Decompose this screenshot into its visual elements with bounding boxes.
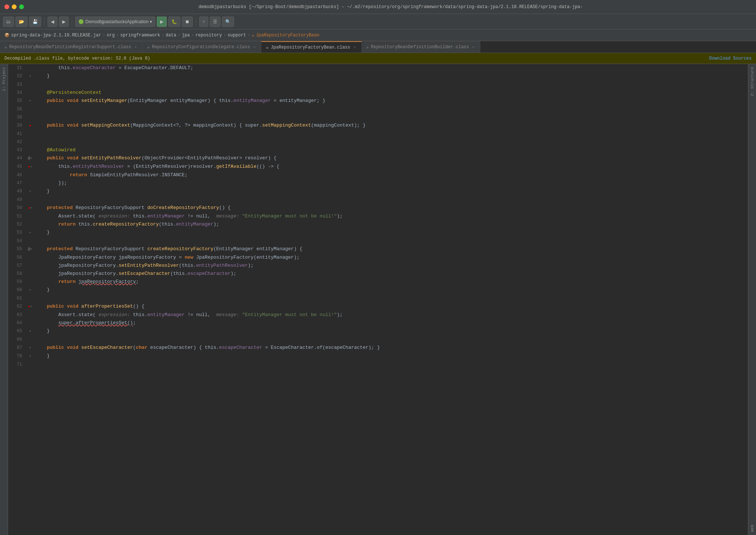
tab-repository-config-delegate[interactable]: ☕ RepositoryConfigurationDelegate.class … <box>143 41 262 53</box>
breadcrumb-repository[interactable]: repository <box>195 33 222 38</box>
search-button[interactable]: 🔍 <box>222 17 234 27</box>
tab-close-4[interactable]: ✕ <box>471 45 476 50</box>
run-config-icon: 🟢 <box>78 19 84 24</box>
forward-button[interactable]: ▶ <box>59 17 69 27</box>
line-number: 56 <box>8 254 27 262</box>
breadcrumb-support[interactable]: support <box>227 33 246 38</box>
fold-icon[interactable]: ▾ <box>30 156 32 160</box>
line-number: 47 <box>8 179 27 187</box>
tab-close-1[interactable]: ✕ <box>134 45 138 50</box>
code-cell: } <box>34 286 748 294</box>
tab-repository-bean-registrar[interactable]: ☕ RepositoryBeanDefinitionRegistrarSuppo… <box>0 41 143 53</box>
gutter-cell <box>27 146 34 154</box>
line-number: 58 <box>8 270 27 278</box>
gutter-cell <box>27 113 34 121</box>
table-row: 51 Assert.state( expression: this.entity… <box>8 212 748 220</box>
breadcrumb-sep-1: › <box>103 33 105 38</box>
breadcrumb-springframework[interactable]: springframework <box>120 33 160 38</box>
fold-icon[interactable]: ▾ <box>29 346 31 350</box>
gutter-cell <box>27 171 34 179</box>
line-number: 45 <box>8 163 27 171</box>
git-button[interactable]: ⑂ <box>199 17 208 27</box>
tab-repository-bean-definition-builder[interactable]: ☕ RepositoryBeanDefinitionBuilder.class … <box>362 41 481 53</box>
fold-icon[interactable]: ▾ <box>29 231 31 235</box>
fold-icon[interactable]: ▾ <box>29 189 31 194</box>
fold-icon[interactable]: ▾ <box>29 74 31 78</box>
gutter-cell: ▾ <box>27 187 34 196</box>
table-row: 45 ●▾ this.entityPathResolver = (EntityP… <box>8 163 748 171</box>
breadcrumb-jar[interactable]: 📦 spring-data-jpa-2.1.10.RELEASE.jar <box>4 33 101 38</box>
line-number: 38 <box>8 113 27 121</box>
fold-icon[interactable]: ▾ <box>29 329 31 333</box>
back-button[interactable]: ◀ <box>47 17 57 27</box>
gutter-cell <box>27 294 34 302</box>
code-cell <box>34 105 748 113</box>
table-row: 65 ▾ } <box>8 327 748 336</box>
gutter-cell: ● <box>27 121 34 130</box>
code-cell: return SimpleEntityPathResolver.INSTANCE… <box>34 171 748 179</box>
code-cell: protected RepositoryFactorySupport creat… <box>34 245 748 254</box>
maximize-button[interactable] <box>19 4 24 9</box>
web-panel-label[interactable]: Web <box>750 525 755 532</box>
line-number: 44 <box>8 154 27 163</box>
breadcrumb-sep-6: › <box>223 33 226 38</box>
breadcrumb-data-label: data <box>166 33 176 38</box>
code-cell <box>34 196 748 204</box>
tab-close-2[interactable]: ✕ <box>252 45 257 50</box>
line-number: 35 <box>8 97 27 105</box>
gutter-cell <box>27 336 34 344</box>
decompiled-info: Decompiled .class file, bytecode version… <box>4 56 150 61</box>
fold-icon[interactable]: ▾ <box>30 206 32 210</box>
run-config-button[interactable]: 🟢 DemodbjpastarbucksApplication ▾ <box>75 17 155 27</box>
table-row: 57 jpaRepositoryFactory.setEntityPathRes… <box>8 262 748 270</box>
tab-jpa-repository-factory-bean[interactable]: ☕ JpaRepositoryFactoryBean.class ✕ <box>261 41 361 53</box>
line-number: 57 <box>8 262 27 270</box>
breadcrumb-jpa[interactable]: jpa <box>182 33 190 38</box>
table-row: 50 ●▾ protected RepositoryFactorySupport… <box>8 204 748 212</box>
structure-panel-label[interactable]: Z: Structure <box>750 67 755 96</box>
breadcrumb-jar-label: spring-data-jpa-2.1.10.RELEASE.jar <box>11 33 101 38</box>
table-row: 64 super.afterPropertiesSet(); <box>8 319 748 327</box>
table-row: 44 @▾ public void setEntityPathResolver(… <box>8 154 748 163</box>
tab-close-3[interactable]: ✕ <box>353 45 357 50</box>
breadcrumb-org[interactable]: org <box>107 33 115 38</box>
open-button[interactable]: 📂 <box>15 17 28 27</box>
fold-icon[interactable]: ▾ <box>29 288 31 292</box>
new-button[interactable]: 🗂 <box>3 17 14 27</box>
table-row: 38 <box>8 113 748 121</box>
fold-icon[interactable]: ▾ <box>30 165 32 169</box>
gutter-cell <box>27 179 34 187</box>
code-editor[interactable]: 31 this.escapeCharacter = EscapeCharacte… <box>8 64 748 535</box>
table-row: 49 <box>8 196 748 204</box>
table-row: 46 return SimpleEntityPathResolver.INSTA… <box>8 171 748 179</box>
line-number: 42 <box>8 138 27 146</box>
save-button[interactable]: 💾 <box>29 17 41 27</box>
line-number: 62 <box>8 302 27 311</box>
fold-icon[interactable]: ▾ <box>29 99 31 103</box>
download-sources-link[interactable]: Download Sources <box>709 56 752 61</box>
code-cell <box>34 237 748 245</box>
table-row: 56 JpaRepositoryFactory jpaRepositoryFac… <box>8 254 748 262</box>
minimize-button[interactable] <box>12 4 17 9</box>
structure-button[interactable]: ☰ <box>210 17 220 27</box>
close-button[interactable] <box>4 4 9 9</box>
fold-icon[interactable]: ▾ <box>30 247 32 251</box>
line-number: 61 <box>8 294 27 302</box>
debug-button[interactable]: 🐛 <box>168 17 180 27</box>
breadcrumb-class[interactable]: ☕ JpaRepositoryFactoryBean <box>252 32 319 38</box>
breadcrumb-data[interactable]: data <box>166 33 176 38</box>
table-row: 66 <box>8 336 748 344</box>
run-button[interactable]: ▶ <box>157 17 167 27</box>
stop-button[interactable]: ⏹ <box>182 17 193 27</box>
table-row: 59 return jpaRepositoryFactory; <box>8 278 748 286</box>
fold-icon[interactable]: ▾ <box>30 305 32 309</box>
toolbar-separator-1 <box>44 17 45 26</box>
table-row: 31 this.escapeCharacter = EscapeCharacte… <box>8 64 748 72</box>
tab-label-1: RepositoryBeanDefinitionRegistrarSupport… <box>9 45 131 50</box>
tab-icon-3: ☕ <box>266 45 268 50</box>
fold-icon[interactable]: ▾ <box>29 354 31 358</box>
table-row: 36 <box>8 105 748 113</box>
project-panel-label[interactable]: 1: Project <box>2 67 6 91</box>
table-row: 54 <box>8 237 748 245</box>
line-number: 46 <box>8 171 27 179</box>
